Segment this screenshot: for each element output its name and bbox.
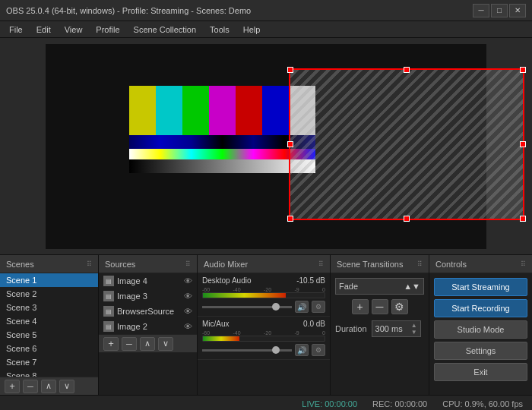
duration-arrows: ▲ ▼ bbox=[411, 323, 417, 336]
scenes-title: Scenes bbox=[6, 260, 34, 269]
desktop-audio-meter bbox=[202, 292, 325, 298]
minimize-button[interactable]: ─ bbox=[473, 4, 489, 17]
scene-item[interactable]: Scene 3 bbox=[0, 301, 98, 314]
source-item[interactable]: ▤ Image 4 👁 bbox=[99, 273, 197, 289]
desktop-audio-fill bbox=[203, 293, 286, 298]
desktop-volume-slider[interactable] bbox=[202, 306, 292, 308]
source-name: BrowserSource bbox=[117, 307, 174, 316]
sources-drag-icon: ⠿ bbox=[185, 260, 191, 268]
desktop-audio-track: Desktop Audio -10.5 dB -60-40-20-90 🔊 ⚙ bbox=[198, 273, 330, 317]
live-status: LIVE: 00:00:00 bbox=[302, 399, 357, 408]
controls-title: Controls bbox=[435, 260, 467, 269]
mic-aux-controls: 🔊 ⚙ bbox=[202, 344, 325, 356]
audio-mixer-header: Audio Mixer ⠿ bbox=[198, 255, 330, 273]
scenes-down-button[interactable]: ∨ bbox=[59, 380, 74, 393]
settings-button[interactable]: Settings bbox=[434, 342, 527, 360]
menu-bar: FileEditViewProfileScene CollectionTools… bbox=[0, 21, 532, 38]
menu-item-help[interactable]: Help bbox=[237, 24, 267, 36]
source-item[interactable]: ▤ Image 3 👁 bbox=[99, 289, 197, 304]
bars-main bbox=[129, 86, 315, 135]
source-icon: ▤ bbox=[103, 306, 114, 317]
controls-panel: Controls ⠿ Start Streaming Start Recordi… bbox=[429, 255, 532, 395]
window-controls: ─ □ ✕ bbox=[473, 4, 526, 17]
scenes-up-button[interactable]: ∧ bbox=[41, 380, 56, 393]
preview-canvas bbox=[46, 44, 486, 249]
title-bar: OBS 25.0.4 (64-bit, windows) - Profile: … bbox=[0, 0, 532, 21]
source-icon: ▤ bbox=[103, 291, 114, 301]
desktop-settings-button[interactable]: ⚙ bbox=[312, 301, 325, 313]
transition-select[interactable]: Fade ▲▼ bbox=[335, 278, 424, 295]
scenes-remove-button[interactable]: ─ bbox=[23, 380, 38, 393]
transition-dropdown-icon: ▲▼ bbox=[404, 282, 420, 291]
mic-meter-labels: -60-40-20-90 bbox=[202, 330, 325, 336]
desktop-slider-knob[interactable] bbox=[272, 303, 280, 311]
mic-aux-db: 0.0 dB bbox=[303, 320, 325, 328]
transition-remove-button[interactable]: ─ bbox=[372, 299, 388, 314]
sources-list: ▤ Image 4 👁 ▤ Image 3 👁 ▤ BrowserSource … bbox=[99, 273, 197, 334]
mic-slider-knob[interactable] bbox=[272, 346, 280, 354]
desktop-meter-labels: -60-40-20-90 bbox=[202, 287, 325, 292]
duration-label: Duration bbox=[335, 324, 367, 333]
duration-down-arrow[interactable]: ▼ bbox=[411, 330, 417, 336]
exit-button[interactable]: Exit bbox=[434, 363, 527, 381]
close-button[interactable]: ✕ bbox=[509, 4, 526, 17]
sources-footer: + ─ ∧ ∨ bbox=[99, 334, 197, 352]
duration-input[interactable]: 300 ms ▲ ▼ bbox=[372, 320, 421, 337]
source-item[interactable]: ▤ BrowserSource 👁 bbox=[99, 304, 197, 319]
maximize-button[interactable]: □ bbox=[491, 4, 508, 17]
source-name: Image 4 bbox=[117, 276, 147, 285]
scenes-drag-icon: ⠿ bbox=[87, 260, 92, 268]
sources-remove-button[interactable]: ─ bbox=[122, 337, 137, 351]
studio-mode-button[interactable]: Studio Mode bbox=[434, 320, 527, 339]
menu-item-edit[interactable]: Edit bbox=[30, 24, 57, 36]
start-streaming-button[interactable]: Start Streaming bbox=[434, 278, 527, 296]
source-visibility-icon[interactable]: 👁 bbox=[184, 307, 192, 316]
scene-transitions-panel: Scene Transitions ⠿ Fade ▲▼ + ─ ⚙ Durati… bbox=[331, 255, 429, 395]
desktop-audio-header: Desktop Audio -10.5 dB bbox=[202, 276, 325, 285]
menu-item-scene-collection[interactable]: Scene Collection bbox=[128, 24, 203, 36]
transition-settings-button[interactable]: ⚙ bbox=[391, 299, 408, 314]
sources-down-button[interactable]: ∨ bbox=[158, 337, 173, 351]
duration-up-arrow[interactable]: ▲ bbox=[411, 323, 417, 329]
duration-row: Duration 300 ms ▲ ▼ bbox=[335, 320, 424, 337]
scene-item[interactable]: Scene 7 bbox=[0, 355, 98, 369]
menu-item-view[interactable]: View bbox=[59, 24, 89, 36]
mic-aux-fill bbox=[203, 336, 239, 341]
bars-bottom-spectrum bbox=[129, 149, 315, 159]
mic-mute-button[interactable]: 🔊 bbox=[295, 344, 309, 356]
sources-add-button[interactable]: + bbox=[103, 337, 119, 351]
transition-add-button[interactable]: + bbox=[352, 299, 369, 314]
scene-item[interactable]: Scene 1 bbox=[0, 273, 98, 287]
audio-drag-icon: ⠿ bbox=[318, 260, 324, 268]
menu-item-tools[interactable]: Tools bbox=[204, 24, 236, 36]
mic-aux-meter bbox=[202, 336, 325, 342]
scene-item[interactable]: Scene 8 bbox=[0, 369, 98, 377]
desktop-mute-button[interactable]: 🔊 bbox=[295, 301, 309, 313]
menu-item-file[interactable]: File bbox=[3, 24, 29, 36]
color-bars bbox=[129, 86, 315, 173]
sources-up-button[interactable]: ∧ bbox=[140, 337, 155, 351]
preview-area bbox=[0, 38, 532, 254]
sources-title: Sources bbox=[105, 260, 135, 269]
color-bar bbox=[182, 86, 209, 135]
source-icon: ▤ bbox=[103, 321, 114, 332]
source-visibility-icon[interactable]: 👁 bbox=[184, 322, 192, 331]
color-bar bbox=[209, 86, 236, 135]
scenes-header: Scenes ⠿ bbox=[0, 255, 98, 273]
start-recording-button[interactable]: Start Recording bbox=[434, 299, 527, 317]
sources-header: Sources ⠿ bbox=[99, 255, 197, 273]
source-visibility-icon[interactable]: 👁 bbox=[184, 276, 192, 285]
controls-content: Start Streaming Start Recording Studio M… bbox=[429, 273, 532, 386]
scene-item[interactable]: Scene 2 bbox=[0, 287, 98, 301]
scene-item[interactable]: Scene 6 bbox=[0, 342, 98, 355]
mic-settings-button[interactable]: ⚙ bbox=[312, 344, 325, 356]
source-visibility-icon[interactable]: 👁 bbox=[184, 292, 192, 301]
scene-item[interactable]: Scene 5 bbox=[0, 328, 98, 342]
mic-volume-slider[interactable] bbox=[202, 349, 292, 352]
window-title: OBS 25.0.4 (64-bit, windows) - Profile: … bbox=[6, 6, 473, 15]
source-item[interactable]: ▤ Image 2 👁 bbox=[99, 319, 197, 334]
menu-item-profile[interactable]: Profile bbox=[90, 24, 125, 36]
audio-mixer-title: Audio Mixer bbox=[204, 260, 248, 269]
scene-item[interactable]: Scene 4 bbox=[0, 314, 98, 328]
scenes-add-button[interactable]: + bbox=[5, 380, 20, 393]
